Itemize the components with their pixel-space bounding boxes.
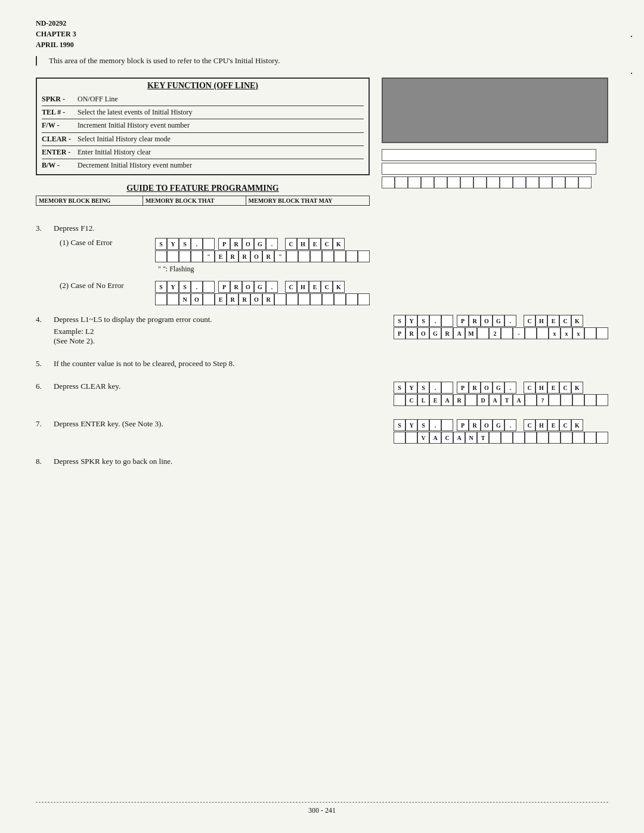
- dc: x: [572, 327, 584, 339]
- dc: E: [309, 238, 321, 250]
- dc: V: [417, 432, 429, 444]
- key-row-spkr: SPKR - ON/OFF Line: [42, 93, 364, 106]
- dc: H: [297, 238, 309, 250]
- dc: .: [266, 281, 278, 293]
- dc: C: [321, 238, 333, 250]
- step-7-text: Depress ENTER key. (See Note 3).: [54, 419, 163, 429]
- dc: [298, 293, 310, 305]
- step-3-sub2-label: (2) Case of No Error: [60, 281, 137, 290]
- dc: .: [191, 281, 203, 293]
- dc: R: [230, 281, 242, 293]
- dc: R: [469, 419, 481, 431]
- dc: .: [504, 419, 516, 431]
- dc: C: [524, 315, 535, 327]
- dc: [441, 315, 453, 327]
- step-4-display: SYS. PROG. CHECK PROGR AM2 - xxx: [394, 315, 608, 339]
- step-5-text: If the counter value is not to be cleare…: [54, 359, 234, 368]
- dc: [549, 432, 561, 444]
- dc: [525, 432, 537, 444]
- dc: [286, 250, 298, 262]
- step-6: 6. Depress CLEAR key. SYS. PROG. CHECK C…: [36, 382, 608, 406]
- dc: [537, 327, 549, 339]
- dc: [155, 293, 167, 305]
- dc: [322, 293, 334, 305]
- dc: [394, 432, 405, 444]
- dc: E: [215, 250, 227, 262]
- key-label-clear: CLEAR -: [42, 134, 78, 145]
- dc: [167, 293, 179, 305]
- display-row-2a: SYS. PROG. CHECK: [155, 281, 370, 293]
- dc: D: [477, 394, 489, 406]
- dc: [572, 394, 584, 406]
- step-3-sub1-label: (1) Case of Error: [60, 238, 137, 247]
- dc: R: [469, 315, 481, 327]
- dc: [572, 432, 584, 444]
- dc: Y: [405, 315, 417, 327]
- dc: [167, 250, 179, 262]
- dc: R: [441, 327, 453, 339]
- dc: .: [429, 315, 441, 327]
- dc: ": [203, 250, 215, 262]
- dc: 2: [489, 327, 501, 339]
- dc: G: [429, 327, 441, 339]
- step-6-text: Depress CLEAR key.: [54, 382, 120, 391]
- left-panel: KEY FUNCTION (OFF LINE) SPKR - ON/OFF Li…: [36, 78, 370, 212]
- dc: E: [309, 281, 321, 293]
- dc: .: [504, 382, 516, 394]
- main-layout: KEY FUNCTION (OFF LINE) SPKR - ON/OFF Li…: [36, 78, 608, 212]
- dc: S: [394, 315, 405, 327]
- right-panel: [382, 78, 608, 212]
- dc: L: [417, 394, 429, 406]
- dc: Y: [167, 281, 179, 293]
- key-function-title: KEY FUNCTION (OFF LINE): [42, 81, 364, 91]
- dc: C: [559, 315, 571, 327]
- dc: Y: [405, 382, 417, 394]
- dc: [549, 394, 561, 406]
- dc: N: [465, 432, 477, 444]
- dc: [358, 293, 370, 305]
- guide-section: GUIDE TO FEATURE PROGRAMMING MEMORY BLOC…: [36, 184, 370, 206]
- dc: [310, 293, 322, 305]
- key-row-enter: ENTER - Enter Initial History clear: [42, 146, 364, 159]
- dc: .: [429, 382, 441, 394]
- dc: [489, 432, 501, 444]
- dc: [405, 432, 417, 444]
- step-6-display: SYS. PROG. CHECK CLEA R DATA ?: [394, 382, 608, 406]
- dc: H: [297, 281, 309, 293]
- dc: G: [493, 419, 504, 431]
- step6-display-row2: CLEA R DATA ?: [394, 394, 608, 406]
- dc: T: [477, 432, 489, 444]
- dc: R: [227, 250, 239, 262]
- dc: R: [405, 327, 417, 339]
- step-4-left: 4. Depress L1~L5 to display the program …: [36, 315, 382, 346]
- dc: C: [524, 419, 535, 431]
- dc: K: [571, 419, 583, 431]
- dc: .: [504, 315, 516, 327]
- key-desc-bw: Decrement Initial History event number: [78, 160, 192, 171]
- dc: C: [321, 281, 333, 293]
- key-label-bw: B/W -: [42, 160, 78, 171]
- dc: C: [441, 432, 453, 444]
- dc: P: [218, 238, 230, 250]
- dc: N: [179, 293, 191, 305]
- step-7-display: SYS. PROG. CHECK VAC ANT: [394, 419, 608, 444]
- right-grid-rows: [382, 149, 608, 188]
- dc: A: [453, 327, 465, 339]
- dc: .: [266, 238, 278, 250]
- key-label-enter: ENTER -: [42, 147, 78, 158]
- guide-col3: MEMORY BLOCK THAT MAY: [246, 196, 369, 206]
- dc: [334, 293, 346, 305]
- dc: [346, 293, 358, 305]
- dc: [203, 281, 215, 293]
- dc: G: [254, 281, 266, 293]
- dc: -: [513, 327, 525, 339]
- step7-display-row1: SYS. PROG. CHECK: [394, 419, 608, 431]
- grid-row-empty2: [382, 163, 608, 175]
- dc: [584, 432, 596, 444]
- step-7-left: 7. Depress ENTER key. (See Note 3).: [36, 419, 382, 429]
- key-desc-tel: Select the latest events of Initial Hist…: [78, 107, 193, 118]
- step6-display-row1: SYS. PROG. CHECK: [394, 382, 608, 394]
- dc: K: [571, 382, 583, 394]
- dc: R: [262, 293, 274, 305]
- step-4-note1: Example: L2: [54, 327, 382, 336]
